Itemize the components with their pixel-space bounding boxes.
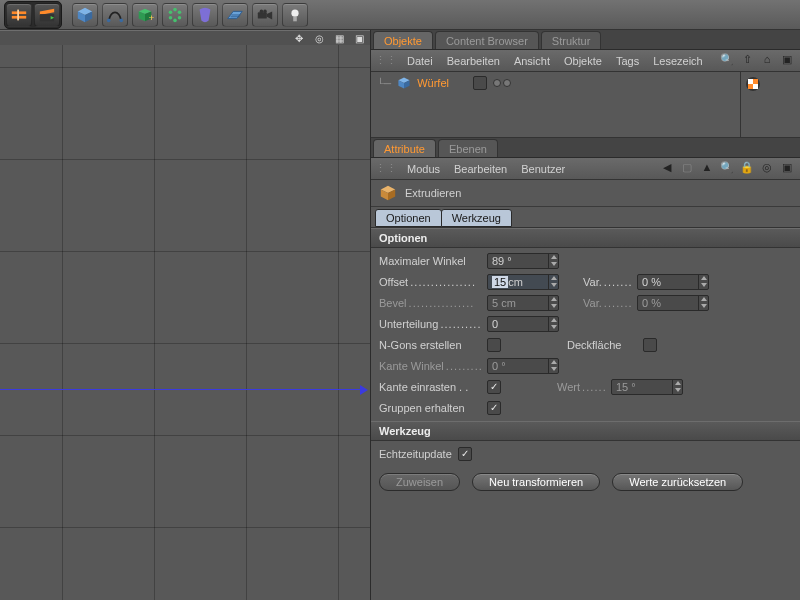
subtab-werkzeug[interactable]: Werkzeug [441, 209, 512, 227]
svg-rect-29 [293, 16, 297, 21]
svg-point-16 [178, 10, 182, 14]
object-tree[interactable]: └─ Würfel [371, 72, 800, 138]
maximize-icon[interactable]: ▣ [780, 160, 794, 174]
menu-benutzer[interactable]: Benutzer [521, 163, 565, 175]
new-icon[interactable]: ◎ [760, 160, 774, 174]
array-icon[interactable] [162, 3, 188, 27]
object-enable-toggle[interactable] [473, 76, 487, 90]
menu-objekte[interactable]: Objekte [564, 55, 602, 67]
menu-bearbeiten[interactable]: Bearbeiten [447, 55, 500, 67]
attribute-title: Extrudieren [405, 187, 461, 199]
menu-ansicht[interactable]: Ansicht [514, 55, 550, 67]
label-offset: Offset [379, 276, 481, 288]
svg-point-19 [169, 15, 173, 19]
menu-datei[interactable]: Datei [407, 55, 433, 67]
svg-text:+: + [149, 12, 154, 23]
button-zuweisen[interactable]: Zuweisen [379, 473, 460, 491]
tab-content-browser[interactable]: Content Browser [435, 31, 539, 49]
svg-rect-24 [258, 12, 267, 18]
svg-point-10 [120, 18, 124, 22]
uvw-tag-icon[interactable] [745, 76, 761, 92]
hierarchy-icon: └─ [377, 78, 391, 89]
object-row-wuerfel[interactable]: └─ Würfel [377, 76, 734, 90]
extrude-icon [379, 184, 397, 202]
floor-plane-icon[interactable] [222, 3, 248, 27]
werkzeug-buttons: Zuweisen Neu transformieren Werte zurück… [371, 467, 800, 497]
move-icon[interactable]: ✥ [292, 31, 306, 45]
menu-modus[interactable]: Modus [407, 163, 440, 175]
svg-point-26 [260, 9, 264, 13]
menu-tags[interactable]: Tags [616, 55, 639, 67]
tab-ebenen[interactable]: Ebenen [438, 139, 498, 157]
svg-point-27 [263, 9, 267, 13]
checkbox-kante-einrasten[interactable] [487, 380, 501, 394]
attributes-tabbar: Attribute Ebenen [371, 138, 800, 158]
home-icon[interactable]: ⌂ [760, 52, 774, 66]
attribute-title-row: Extrudieren [371, 180, 800, 207]
object-visibility-dots[interactable] [493, 79, 519, 87]
button-werte-zuruecksetzen[interactable]: Werte zurücksetzen [612, 473, 743, 491]
menu-bearbeiten[interactable]: Bearbeiten [454, 163, 507, 175]
label-max-winkel: Maximaler Winkel [379, 255, 481, 267]
clapper-icon[interactable] [34, 3, 60, 27]
objects-menubar: ⋮⋮ Datei Bearbeiten Ansicht Objekte Tags… [371, 50, 800, 72]
arrow-up-icon[interactable]: ⇧ [740, 52, 754, 66]
input-offset[interactable]: 15cm [487, 274, 559, 290]
menu-lesezeichen[interactable]: Lesezeich [653, 55, 703, 67]
spline-pen-icon[interactable] [102, 3, 128, 27]
axis-x [0, 389, 362, 390]
svg-point-9 [107, 18, 111, 22]
label-unterteilung: Unterteilung [379, 318, 481, 330]
cube-primitive-icon[interactable] [72, 3, 98, 27]
svg-rect-2 [17, 9, 19, 20]
grip-icon[interactable]: ⋮⋮ [379, 162, 393, 176]
back-icon[interactable]: ◀ [660, 160, 674, 174]
label-ngons: N-Gons erstellen [379, 339, 481, 351]
tab-objekte[interactable]: Objekte [373, 31, 433, 49]
maximize-icon[interactable]: ▣ [780, 52, 794, 66]
forward-icon[interactable]: ▢ [680, 160, 694, 174]
camera-icon[interactable] [252, 3, 278, 27]
search-icon[interactable]: 🔍 [720, 160, 734, 174]
optionen-form: Maximaler Winkel 89 ° Offset 15cm Var. 0… [371, 248, 800, 421]
svg-marker-25 [267, 11, 272, 19]
tab-attribute[interactable]: Attribute [373, 139, 436, 157]
grip-icon[interactable]: ⋮⋮ [379, 54, 393, 68]
tab-struktur[interactable]: Struktur [541, 31, 602, 49]
input-wert: 15 ° [611, 379, 683, 395]
svg-rect-35 [753, 79, 758, 84]
label-kante-einrasten: Kante einrasten . . [379, 381, 481, 393]
svg-point-18 [173, 18, 177, 22]
checkbox-gruppen[interactable] [487, 401, 501, 415]
svg-point-15 [173, 7, 177, 11]
input-max-winkel[interactable]: 89 ° [487, 253, 559, 269]
timeline-icon[interactable] [6, 3, 32, 27]
main-toolbar: + [0, 0, 800, 30]
input-kante-winkel: 0 ° [487, 358, 559, 374]
maximize-icon[interactable]: ▣ [352, 31, 366, 45]
search-icon[interactable]: 🔍 [720, 52, 734, 66]
svg-marker-3 [40, 8, 54, 14]
object-name[interactable]: Würfel [417, 77, 449, 89]
label-offset-var: Var. [583, 276, 631, 288]
subtab-optionen[interactable]: Optionen [375, 209, 442, 227]
light-icon[interactable] [282, 3, 308, 27]
deformer-icon[interactable] [192, 3, 218, 27]
target-icon[interactable]: ◎ [312, 31, 326, 45]
attributes-menubar: ⋮⋮ Modus Bearbeiten Benutzer ◀ ▢ ▲ 🔍 🔒 ◎… [371, 158, 800, 180]
checkbox-echtzeit[interactable] [458, 447, 472, 461]
input-offset-var[interactable]: 0 % [637, 274, 709, 290]
generator-cube-icon[interactable]: + [132, 3, 158, 27]
label-deckflaeche: Deckfläche [567, 339, 637, 351]
checkbox-ngons[interactable] [487, 338, 501, 352]
grid-icon[interactable]: ▦ [332, 31, 346, 45]
lock-icon[interactable]: 🔒 [740, 160, 754, 174]
checkbox-deckflaeche[interactable] [643, 338, 657, 352]
up-icon[interactable]: ▲ [700, 160, 714, 174]
objects-tabbar: Objekte Content Browser Struktur [371, 30, 800, 50]
svg-rect-37 [753, 84, 758, 89]
viewport[interactable]: ✥ ◎ ▦ ▣ [0, 30, 370, 600]
button-neu-transformieren[interactable]: Neu transformieren [472, 473, 600, 491]
input-unterteilung[interactable]: 0 [487, 316, 559, 332]
label-bevel: Bevel [379, 297, 481, 309]
